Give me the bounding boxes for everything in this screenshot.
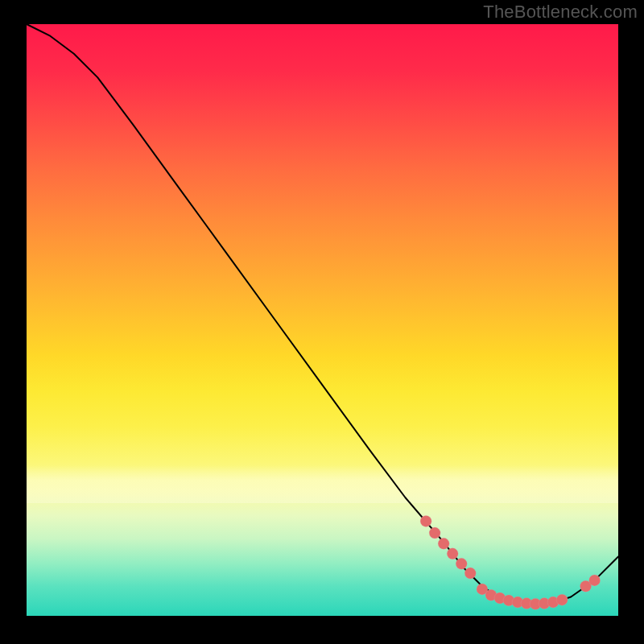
plot-area (27, 24, 618, 616)
chart-frame: TheBottleneck.com (0, 0, 644, 644)
watermark-text: TheBottleneck.com (483, 2, 638, 23)
gradient-background (27, 24, 618, 616)
